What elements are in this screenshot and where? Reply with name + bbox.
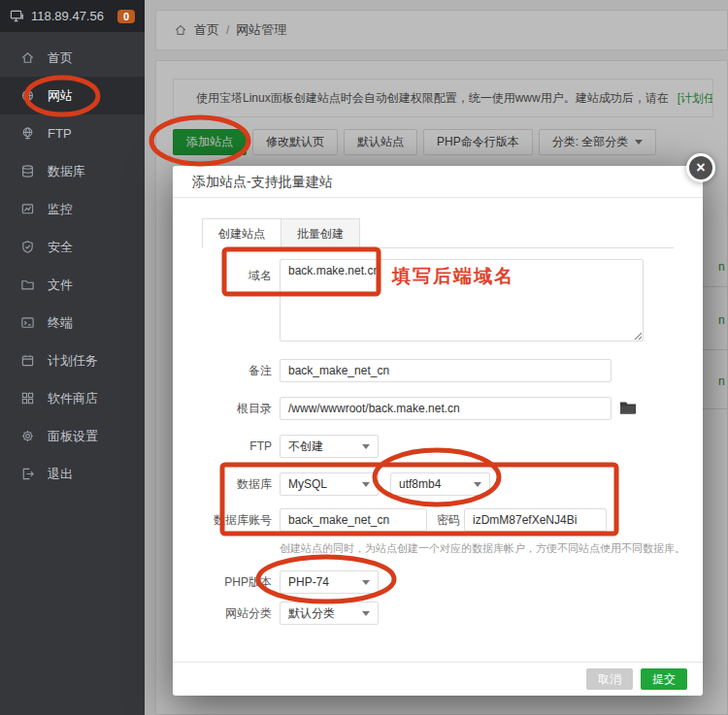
- sidebar-menu: 首页 网站 FTP 数据库 监控 安全: [0, 32, 145, 493]
- ftp-label: FTP: [188, 435, 272, 458]
- calendar-icon: [20, 353, 35, 368]
- database-icon: [20, 164, 35, 179]
- chevron-down-icon: [362, 580, 370, 585]
- php-version-select[interactable]: PHP-74: [280, 570, 379, 594]
- submit-button[interactable]: 提交: [641, 668, 687, 690]
- database-charset-select[interactable]: utf8mb4: [390, 472, 490, 496]
- server-selector[interactable]: 118.89.47.56 0: [0, 0, 145, 32]
- grid-icon: [20, 391, 35, 406]
- chevron-down-icon: [362, 444, 370, 449]
- tab-batch-create[interactable]: 批量创建: [281, 218, 360, 248]
- root-dir-input[interactable]: [280, 397, 612, 420]
- sidebar: 118.89.47.56 0 首页 网站 FTP 数据库 监控: [0, 0, 145, 715]
- sidebar-item-files[interactable]: 文件: [0, 266, 145, 304]
- shield-check-icon: [20, 240, 35, 254]
- sidebar-item-terminal[interactable]: 终端: [0, 304, 145, 341]
- domain-textarea[interactable]: back.make.net.cn: [280, 259, 644, 341]
- bt-panel-app: 118.89.47.56 0 首页 网站 FTP 数据库 监控: [0, 0, 728, 715]
- db-password-label: 密码: [417, 508, 460, 532]
- ftp-globe-icon: [20, 126, 35, 141]
- note-label: 备注: [188, 359, 272, 382]
- folder-icon: [20, 277, 35, 292]
- root-dir-label: 根目录: [188, 397, 272, 420]
- browse-folder-icon[interactable]: [619, 400, 637, 415]
- modal-footer: 取消 提交: [173, 662, 703, 696]
- db-password-input[interactable]: [464, 508, 607, 532]
- sidebar-item-security[interactable]: 安全: [0, 228, 145, 266]
- sidebar-item-settings[interactable]: 面板设置: [0, 417, 145, 455]
- server-ip: 118.89.47.56: [31, 9, 111, 23]
- ftp-select[interactable]: 不创建: [280, 435, 379, 458]
- sidebar-item-home[interactable]: 首页: [0, 39, 145, 77]
- php-version-label: PHP版本: [188, 570, 272, 594]
- site-category-select[interactable]: 默认分类: [280, 601, 379, 625]
- close-icon[interactable]: ×: [686, 153, 715, 182]
- sidebar-item-monitor[interactable]: 监控: [0, 190, 145, 228]
- modal-tabs: 创建站点 批量创建: [202, 217, 674, 248]
- terminal-icon: [20, 315, 35, 330]
- database-engine-select[interactable]: MySQL: [280, 472, 379, 496]
- chevron-down-icon: [474, 482, 481, 487]
- home-icon: [20, 50, 35, 65]
- sidebar-item-database[interactable]: 数据库: [0, 152, 145, 190]
- site-category-label: 网站分类: [188, 601, 272, 625]
- domain-label: 域名: [188, 264, 272, 287]
- message-count-badge: 0: [117, 10, 135, 23]
- add-site-modal: 添加站点-支持批量建站 创建站点 批量创建 域名 back.make.net.c…: [173, 166, 703, 696]
- db-account-label: 数据库账号: [188, 508, 272, 532]
- chevron-down-icon: [362, 611, 370, 616]
- sidebar-item-cron[interactable]: 计划任务: [0, 341, 145, 379]
- sidebar-item-website[interactable]: 网站: [0, 77, 145, 114]
- db-help-text: 创建站点的同时，为站点创建一个对应的数据库帐户，方便不同站点使用不同数据库。: [280, 541, 685, 556]
- globe-icon: [20, 88, 35, 103]
- note-input[interactable]: [280, 359, 612, 382]
- tab-create-site[interactable]: 创建站点: [202, 218, 281, 248]
- modal-title: 添加站点-支持批量建站: [173, 166, 703, 198]
- chevron-down-icon: [362, 482, 370, 487]
- cancel-button[interactable]: 取消: [586, 668, 633, 690]
- database-label: 数据库: [188, 472, 272, 496]
- monitor-chart-icon: [20, 202, 35, 216]
- logout-icon: [20, 467, 35, 481]
- gear-icon: [20, 429, 35, 443]
- sidebar-item-appstore[interactable]: 软件商店: [0, 379, 145, 417]
- server-monitor-icon: [10, 9, 24, 23]
- db-account-input[interactable]: [280, 508, 427, 532]
- sidebar-item-ftp[interactable]: FTP: [0, 114, 145, 152]
- sidebar-item-logout[interactable]: 退出: [0, 455, 145, 493]
